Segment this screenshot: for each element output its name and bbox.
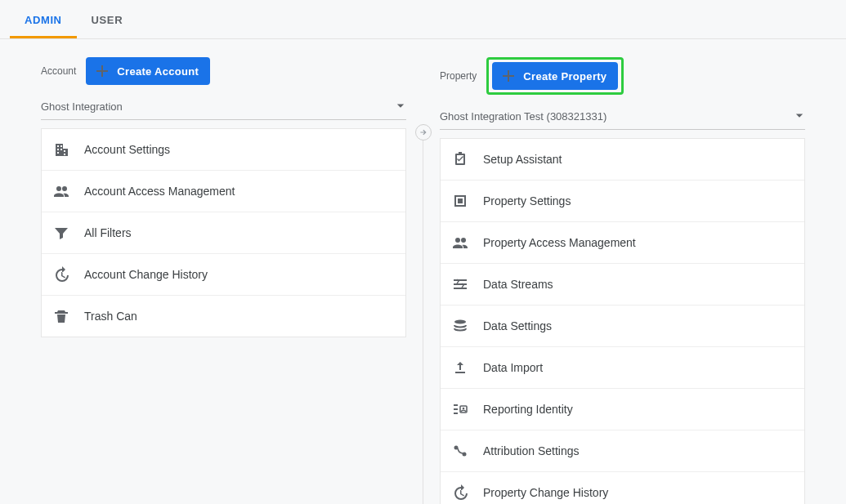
plus-icon: [94, 63, 110, 79]
column-divider: [423, 131, 423, 504]
property-item-label: Setup Assistant: [483, 153, 562, 166]
account-label: Account: [41, 65, 76, 77]
property-item[interactable]: Property Settings: [441, 180, 804, 221]
property-item-label: Reporting Identity: [483, 403, 573, 416]
create-property-highlight: Create Property: [486, 57, 624, 95]
property-item[interactable]: Attribution Settings: [441, 430, 804, 471]
property-item[interactable]: Data Streams: [441, 263, 804, 305]
account-item-label: Account Access Management: [84, 185, 235, 198]
property-item[interactable]: Property Change History: [441, 471, 804, 504]
filter-icon: [53, 225, 69, 241]
identity-icon: [452, 401, 468, 417]
property-item[interactable]: Property Access Management: [441, 221, 804, 263]
property-column: Property Create Property Ghost Integrati…: [440, 57, 805, 504]
account-item[interactable]: Account Change History: [42, 253, 405, 295]
account-item-label: Account Change History: [84, 268, 208, 281]
property-item[interactable]: Data Settings: [441, 305, 804, 346]
property-item-label: Data Settings: [483, 319, 552, 332]
account-item[interactable]: All Filters: [42, 212, 405, 253]
people-icon: [53, 183, 69, 199]
tab-admin[interactable]: ADMIN: [10, 2, 77, 38]
account-column: Account Create Account Ghost Integration…: [41, 57, 406, 504]
trash-icon: [53, 308, 69, 324]
attribution-icon: [452, 443, 468, 459]
history-icon: [53, 266, 69, 283]
account-item-label: Trash Can: [84, 310, 137, 323]
tab-bar: ADMIN USER: [0, 0, 846, 39]
chevron-down-icon: [396, 100, 405, 113]
property-selected: Ghost Integration Test (308321331): [440, 110, 607, 123]
create-property-label: Create Property: [523, 70, 607, 83]
history-icon: [452, 484, 468, 501]
property-item[interactable]: Reporting Identity: [441, 388, 804, 430]
account-item[interactable]: Account Access Management: [42, 170, 405, 212]
account-item-label: Account Settings: [84, 143, 170, 156]
expand-button[interactable]: [415, 124, 432, 140]
upload-icon: [452, 359, 468, 376]
people-icon: [452, 234, 468, 251]
property-item-label: Property Access Management: [483, 236, 636, 249]
assistant-icon: [452, 151, 468, 167]
create-account-label: Create Account: [117, 65, 199, 78]
account-selector[interactable]: Ghost Integration: [41, 95, 406, 120]
property-selector[interactable]: Ghost Integration Test (308321331): [440, 105, 805, 130]
property-item-label: Data Import: [483, 361, 543, 374]
account-selected: Ghost Integration: [41, 100, 123, 113]
property-item-label: Data Streams: [483, 278, 553, 291]
account-list: Account SettingsAccount Access Managemen…: [41, 128, 406, 337]
property-list: Setup AssistantProperty SettingsProperty…: [440, 138, 805, 504]
property-item-label: Property Settings: [483, 194, 571, 207]
chevron-down-icon: [795, 109, 803, 123]
account-item-label: All Filters: [84, 226, 132, 239]
plus-icon: [500, 68, 517, 84]
tab-user[interactable]: USER: [77, 2, 138, 38]
account-item[interactable]: Trash Can: [42, 295, 405, 337]
building-icon: [53, 141, 69, 158]
stack-icon: [452, 318, 468, 334]
settings-box-icon: [452, 193, 468, 209]
account-item[interactable]: Account Settings: [42, 128, 405, 170]
property-label: Property: [440, 70, 477, 82]
property-item[interactable]: Data Import: [441, 346, 804, 388]
property-item-label: Attribution Settings: [483, 444, 580, 457]
streams-icon: [452, 276, 468, 292]
property-item[interactable]: Setup Assistant: [441, 138, 804, 180]
create-account-button[interactable]: Create Account: [86, 57, 210, 85]
property-item-label: Property Change History: [483, 486, 608, 499]
create-property-button[interactable]: Create Property: [492, 62, 618, 90]
